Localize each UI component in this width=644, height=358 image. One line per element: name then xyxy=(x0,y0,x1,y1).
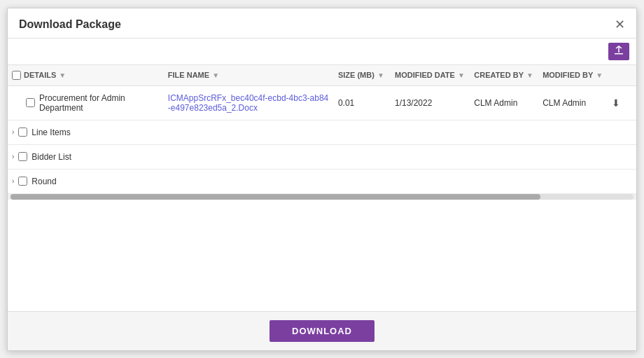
section-cell-line-items: › Line Items xyxy=(8,120,636,144)
col-header-action xyxy=(608,65,636,86)
filter-icon-filename[interactable]: ▼ xyxy=(212,71,219,79)
modal-footer: DOWNLOAD xyxy=(8,311,636,350)
col-header-created-by: CREATED BY ▼ xyxy=(470,65,538,86)
filter-icon-created-by[interactable]: ▼ xyxy=(526,71,533,79)
scrollbar-track xyxy=(10,194,634,200)
chevron-icon-line-items[interactable]: › xyxy=(12,128,14,136)
horizontal-scrollbar[interactable] xyxy=(8,194,636,200)
modal-header: Download Package ✕ xyxy=(8,8,636,39)
modal-title: Download Package xyxy=(19,18,121,31)
select-all-checkbox[interactable] xyxy=(12,71,21,80)
col-header-filename: FILE NAME ▼ xyxy=(164,65,334,86)
upload-icon xyxy=(614,46,624,55)
row-download-icon[interactable]: ⬇ xyxy=(612,97,620,109)
chevron-icon-bidder-list[interactable]: › xyxy=(12,153,14,160)
modal-body: DETAILS ▼ FILE NAME ▼ SI xyxy=(8,39,636,311)
chevron-icon-round[interactable]: › xyxy=(12,177,14,185)
section-checkbox-round[interactable] xyxy=(18,177,27,186)
col-header-modified-by: MODIFIED BY ▼ xyxy=(538,65,608,86)
col-header-size: SIZE (MB) ▼ xyxy=(334,65,391,86)
close-button[interactable]: ✕ xyxy=(615,18,625,31)
table-container: DETAILS ▼ FILE NAME ▼ SI xyxy=(8,65,636,311)
section-cell-bidder-list: › Bidder List xyxy=(8,144,636,169)
modified-date-cell: 1/13/2022 xyxy=(391,85,470,120)
svg-rect-0 xyxy=(615,53,623,55)
created-by-cell: CLM Admin xyxy=(470,85,538,120)
table-row: Procurement for Admin Department ICMAppS… xyxy=(8,85,636,120)
section-row-line-items: › Line Items xyxy=(8,120,636,144)
scrollbar-thumb xyxy=(10,194,540,200)
filter-icon-details[interactable]: ▼ xyxy=(59,71,66,79)
files-table: DETAILS ▼ FILE NAME ▼ SI xyxy=(8,65,636,194)
filter-icon-modified-date[interactable]: ▼ xyxy=(458,71,465,79)
details-cell: Procurement for Admin Department xyxy=(8,85,164,120)
table-header-row: DETAILS ▼ FILE NAME ▼ SI xyxy=(8,65,636,86)
col-header-modified-date: MODIFIED DATE ▼ xyxy=(391,65,470,86)
upload-icon-button[interactable] xyxy=(608,43,629,60)
download-button[interactable]: DOWNLOAD xyxy=(270,320,374,342)
action-cell: ⬇ xyxy=(608,85,636,120)
download-package-modal: Download Package ✕ xyxy=(7,8,637,351)
filter-icon-size[interactable]: ▼ xyxy=(377,71,384,79)
modified-by-cell: CLM Admin xyxy=(538,85,608,120)
section-cell-round: › Round xyxy=(8,169,636,193)
toolbar xyxy=(8,39,636,65)
size-cell: 0.01 xyxy=(334,85,391,120)
section-checkbox-bidder-list[interactable] xyxy=(18,152,27,161)
row-checkbox[interactable] xyxy=(26,98,35,107)
col-header-details: DETAILS ▼ xyxy=(8,65,164,86)
section-row-bidder-list: › Bidder List xyxy=(8,144,636,169)
section-row-round: › Round xyxy=(8,169,636,193)
filename-cell: ICMAppSrcRFx_bec40c4f-ecbd-4bc3-ab84-e49… xyxy=(164,85,334,120)
section-checkbox-line-items[interactable] xyxy=(18,128,27,137)
filter-icon-modified-by[interactable]: ▼ xyxy=(596,71,603,79)
